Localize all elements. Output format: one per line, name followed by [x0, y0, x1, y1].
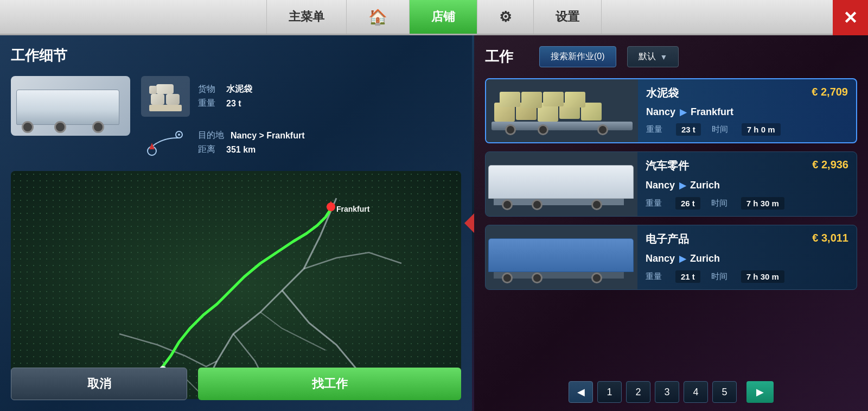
job-stats-3: 重量 21 t 时间 7 h 30 m	[646, 270, 848, 283]
find-job-button[interactable]: 找工作	[198, 368, 461, 400]
job-cards-list: 水泥袋 € 2,709 Nancy ▶ Frankfurt 重量 23 t 时间…	[485, 78, 857, 290]
weight-value-3: 21 t	[675, 270, 700, 283]
route-arrow-icon-2: ▶	[679, 180, 686, 191]
time-label-3: 时间	[711, 271, 727, 282]
default-label: 默认	[639, 51, 656, 62]
job-cargo-name-3: 电子产品	[646, 232, 689, 246]
destination-line: 目的地 Nancy > Frankfurt	[198, 130, 304, 141]
top-navigation: 主菜单 🏠 店铺 ⚙ 设置 ✕	[0, 0, 868, 35]
job-card-header-1: 水泥袋 € 2,709	[646, 86, 848, 100]
job-price-1: € 2,709	[812, 86, 848, 98]
weight-value: 23 t	[226, 99, 241, 109]
job-details-top: 货物 水泥袋 重量 23 t	[11, 76, 461, 163]
search-new-job-button[interactable]: 搜索新作业(0)	[539, 46, 616, 67]
right-panel-header: 工作 搜索新作业(0) 默认 ▼	[485, 46, 857, 67]
cargo-row: 货物 水泥袋 重量 23 t	[141, 76, 461, 117]
destination-value: Nancy > Frankfurt	[231, 131, 304, 141]
job-route-2: Nancy ▶ Zurich	[646, 180, 848, 191]
svg-text:Frankfurt: Frankfurt	[336, 205, 370, 213]
job-from-2: Nancy	[646, 180, 675, 191]
route-arrow-icon-1: ▶	[680, 107, 686, 117]
job-to-2: Zurich	[690, 180, 720, 191]
home-icon: 🏠	[368, 8, 387, 26]
close-button[interactable]: ✕	[833, 0, 868, 35]
gear-icon: ⚙	[499, 9, 512, 26]
job-card[interactable]: 水泥袋 € 2,709 Nancy ▶ Frankfurt 重量 23 t 时间…	[485, 78, 857, 143]
time-label-2: 时间	[711, 198, 727, 208]
weight-label-2: 重量	[646, 198, 662, 208]
page-3-button[interactable]: 3	[655, 381, 679, 403]
distance-line: 距离 351 km	[198, 144, 304, 155]
job-stats-1: 重量 23 t 时间 7 h 0 m	[646, 123, 848, 136]
main-menu-label: 主菜单	[289, 9, 324, 25]
pagination: ◀ 1 2 3 4 5 ▶	[485, 381, 857, 403]
time-value-1: 7 h 0 m	[742, 123, 781, 136]
default-filter-button[interactable]: 默认 ▼	[627, 46, 679, 67]
cargo-text-info: 货物 水泥袋 重量 23 t	[198, 84, 252, 109]
prev-page-button[interactable]: ◀	[569, 381, 593, 403]
nav-gear[interactable]: ⚙	[477, 0, 534, 34]
settings-label: 设置	[556, 9, 579, 25]
page-5-button[interactable]: 5	[712, 381, 737, 403]
distance-value: 351 km	[226, 145, 256, 155]
job-price-3: € 3,011	[812, 232, 848, 244]
map-svg-overlay: Frankfurt Nancy	[11, 171, 461, 399]
job-cargo-name-2: 汽车零件	[646, 159, 689, 173]
cargo-label: 货物	[198, 84, 220, 95]
job-card-image-2	[486, 152, 637, 216]
job-price-2: € 2,936	[812, 159, 848, 171]
left-arrow-indicator	[464, 213, 474, 233]
map-area: Frankfurt Nancy	[11, 171, 461, 399]
weight-value-2: 26 t	[675, 197, 700, 210]
job-card-3[interactable]: 电子产品 € 3,011 Nancy ▶ Zurich 重量 21 t 时间 7…	[485, 225, 857, 290]
job-card-2[interactable]: 汽车零件 € 2,936 Nancy ▶ Zurich 重量 26 t 时间 7…	[485, 151, 857, 217]
main-content: 工作细节	[0, 35, 868, 411]
job-to-1: Frankfurt	[691, 106, 733, 118]
job-from-3: Nancy	[646, 253, 675, 264]
job-card-info-1: 水泥袋 € 2,709 Nancy ▶ Frankfurt 重量 23 t 时间…	[638, 79, 856, 142]
page-2-button[interactable]: 2	[626, 381, 650, 403]
distance-label: 距离	[198, 144, 220, 155]
job-from-1: Nancy	[646, 106, 675, 118]
cargo-icon-box	[141, 76, 190, 117]
route-icon	[144, 127, 187, 159]
nav-main-menu[interactable]: 主菜单	[266, 0, 347, 34]
nav-store[interactable]: 店铺	[410, 0, 477, 34]
cancel-button[interactable]: 取消	[11, 368, 187, 400]
next-page-button[interactable]: ▶	[746, 381, 774, 403]
job-card-image-3	[486, 225, 637, 289]
time-label-1: 时间	[712, 124, 728, 135]
job-card-info-3: 电子产品 € 3,011 Nancy ▶ Zurich 重量 21 t 时间 7…	[637, 225, 857, 289]
page-1-button[interactable]: 1	[597, 381, 622, 403]
weight-value-1: 23 t	[676, 123, 701, 136]
page-4-button[interactable]: 4	[684, 381, 708, 403]
wheel-right	[92, 121, 104, 133]
dropdown-arrow-icon: ▼	[660, 53, 668, 61]
weight-label: 重量	[198, 98, 220, 109]
job-card-image-1	[486, 79, 638, 142]
job-info-box: 货物 水泥袋 重量 23 t	[141, 76, 461, 163]
weight-line: 重量 23 t	[198, 98, 252, 109]
weight-label-1: 重量	[646, 124, 662, 135]
destination-icon-box	[141, 122, 190, 163]
trailer-visual	[16, 90, 119, 125]
store-label: 店铺	[431, 9, 455, 25]
job-route-3: Nancy ▶ Zurich	[646, 253, 848, 264]
job-card-header-3: 电子产品 € 3,011	[646, 232, 848, 246]
time-value-3: 7 h 30 m	[741, 270, 784, 283]
nav-home[interactable]: 🏠	[347, 0, 410, 34]
wheel-left	[22, 121, 34, 133]
job-route-1: Nancy ▶ Frankfurt	[646, 106, 848, 118]
destination-row: 目的地 Nancy > Frankfurt 距离 351 km	[141, 122, 461, 163]
cargo-value: 水泥袋	[226, 84, 252, 95]
job-to-3: Zurich	[690, 253, 720, 264]
weight-label-3: 重量	[646, 271, 662, 282]
time-value-2: 7 h 30 m	[741, 197, 784, 210]
nav-settings[interactable]: 设置	[534, 0, 602, 34]
right-panel-title: 工作	[485, 47, 528, 66]
svg-point-2	[178, 134, 180, 136]
right-panel-jobs: 工作 搜索新作业(0) 默认 ▼	[474, 35, 868, 411]
wheel-mid	[54, 121, 66, 133]
left-panel-job-details: 工作细节	[0, 35, 472, 411]
truck-image	[11, 76, 130, 136]
